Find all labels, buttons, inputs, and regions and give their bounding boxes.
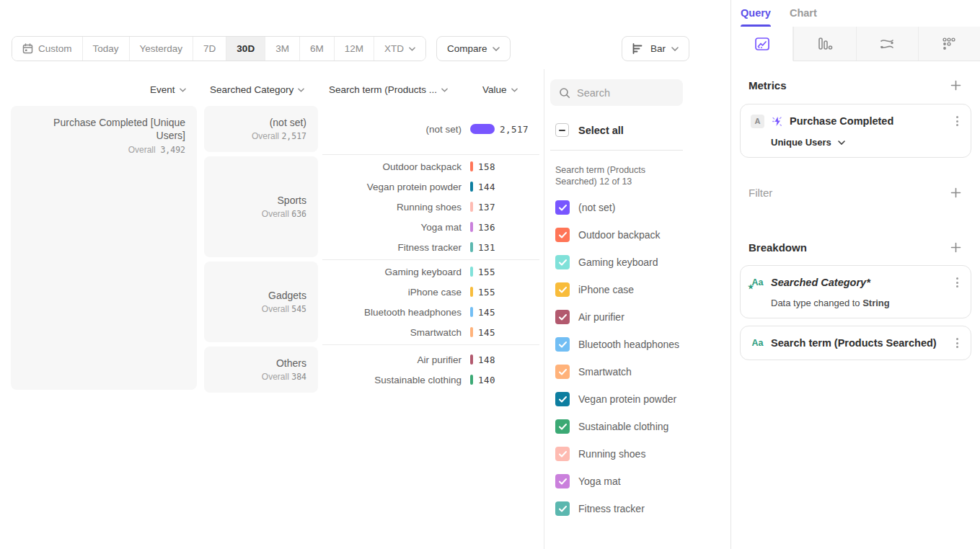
metric-card[interactable]: A Purchase Completed Unique Users xyxy=(740,104,971,158)
series-checkbox[interactable] xyxy=(555,392,570,406)
category-cell[interactable]: GadgetsOverall 545 xyxy=(204,262,318,342)
legend-item[interactable]: (not set) xyxy=(555,200,679,215)
term-row[interactable]: iPhone case155 xyxy=(322,282,539,302)
date-range-custom[interactable]: Custom xyxy=(12,37,83,61)
breakdown-kebab-menu[interactable] xyxy=(954,336,961,350)
series-checkbox[interactable] xyxy=(555,282,570,297)
event-cell[interactable]: Purchase Completed [Unique Users] Overal… xyxy=(11,106,197,390)
value-bar[interactable] xyxy=(470,287,473,297)
tab-flows[interactable] xyxy=(856,27,918,61)
column-header-category[interactable]: Searched Category xyxy=(210,84,304,95)
tab-retention[interactable] xyxy=(918,27,980,61)
legend-item[interactable]: Running shoes xyxy=(555,447,679,461)
legend-item[interactable]: Gaming keyboard xyxy=(555,255,679,269)
date-range-12m[interactable]: 12M xyxy=(335,37,374,61)
event-overall: Overall 3,492 xyxy=(22,145,185,155)
tab-chart[interactable]: Chart xyxy=(790,7,817,27)
sidebar-tabs: Query Chart xyxy=(731,0,980,27)
series-checkbox[interactable] xyxy=(555,447,570,461)
legend-item[interactable]: Bluetooth headphones xyxy=(555,337,679,352)
term-row[interactable]: Yoga mat136 xyxy=(322,217,539,237)
column-header-event[interactable]: Event xyxy=(150,84,186,95)
value-bar[interactable] xyxy=(470,327,473,337)
term-group: (not set)2,517 xyxy=(322,106,539,152)
legend-item[interactable]: iPhone case xyxy=(555,282,679,297)
breakdown-kebab-menu[interactable] xyxy=(954,275,961,290)
series-checkbox[interactable] xyxy=(555,501,570,516)
series-checkbox[interactable] xyxy=(555,228,570,242)
category-cell[interactable]: (not set)Overall 2,517 xyxy=(204,106,318,152)
compare-button[interactable]: Compare xyxy=(436,36,511,61)
legend-item[interactable]: Vegan protein powder xyxy=(555,392,679,406)
tab-funnels[interactable] xyxy=(793,27,855,61)
value-bar[interactable] xyxy=(470,222,473,232)
term-group: Outdoor backpack158Vegan protein powder1… xyxy=(322,156,539,257)
date-range-3m[interactable]: 3M xyxy=(265,37,300,61)
column-header-search-term[interactable]: Search term (Products ... xyxy=(329,84,448,95)
add-filter-button[interactable] xyxy=(948,184,964,201)
value-bar[interactable] xyxy=(470,161,473,171)
term-row[interactable]: Smartwatch145 xyxy=(322,322,539,342)
term-row[interactable]: Bluetooth headphones145 xyxy=(322,302,539,322)
date-range-yesterday[interactable]: Yesterday xyxy=(130,37,194,61)
chart-type-selector[interactable]: Bar xyxy=(622,36,689,61)
value-bar[interactable] xyxy=(470,182,473,192)
legend-item[interactable]: Fitness tracker xyxy=(555,501,679,516)
legend-item[interactable]: Outdoor backpack xyxy=(555,228,679,242)
term-row[interactable]: Sustainable clothing140 xyxy=(322,370,539,390)
category-cell[interactable]: OthersOverall 384 xyxy=(204,347,318,393)
metric-aggregation[interactable]: Unique Users xyxy=(771,137,831,148)
date-range-6m[interactable]: 6M xyxy=(300,37,335,61)
add-metric-button[interactable] xyxy=(948,77,964,94)
legend-item[interactable]: Sustainable clothing xyxy=(555,419,679,434)
series-checkbox[interactable] xyxy=(555,365,570,379)
term-row[interactable]: (not set)2,517 xyxy=(322,119,539,139)
legend-search[interactable] xyxy=(550,79,683,106)
value-bar[interactable] xyxy=(470,242,473,252)
value-text: 158 xyxy=(478,161,495,172)
value-text: 136 xyxy=(478,222,495,233)
series-checkbox[interactable] xyxy=(555,255,570,269)
term-label: Yoga mat xyxy=(322,222,462,233)
term-row[interactable]: Gaming keyboard155 xyxy=(322,262,539,282)
select-all-row[interactable]: Select all xyxy=(555,123,624,137)
breakdown-card-searched-category[interactable]: Aa★ Searched Category* Data type changed… xyxy=(740,265,971,318)
legend-search-input[interactable] xyxy=(577,87,671,99)
term-row[interactable]: Fitness tracker131 xyxy=(322,237,539,257)
date-range-xtd[interactable]: XTD xyxy=(374,37,425,61)
legend-item[interactable]: Air purifier xyxy=(555,310,679,324)
value-bar[interactable] xyxy=(470,202,473,212)
value-bar[interactable] xyxy=(470,124,495,134)
term-label: Outdoor backpack xyxy=(322,161,462,172)
legend-item[interactable]: Smartwatch xyxy=(555,365,679,379)
metric-kebab-menu[interactable] xyxy=(954,114,961,128)
legend-item[interactable]: Yoga mat xyxy=(555,474,679,488)
series-checkbox[interactable] xyxy=(555,419,570,434)
date-range-30d[interactable]: 30D xyxy=(226,37,265,61)
value-bar[interactable] xyxy=(470,354,473,365)
value-bar[interactable] xyxy=(470,307,473,317)
add-breakdown-button[interactable] xyxy=(948,239,964,256)
term-row[interactable]: Air purifier148 xyxy=(322,349,539,370)
column-header-category-label: Searched Category xyxy=(210,84,293,95)
date-range-today[interactable]: Today xyxy=(83,37,130,61)
series-checkbox[interactable] xyxy=(555,200,570,215)
series-checkbox[interactable] xyxy=(555,337,570,352)
breakdown-card-search-term[interactable]: Aa Search term (Products Searched) xyxy=(740,326,971,360)
term-row[interactable]: Outdoor backpack158 xyxy=(322,156,539,177)
tab-query[interactable]: Query xyxy=(741,7,771,27)
category-cell[interactable]: SportsOverall 636 xyxy=(204,156,318,257)
column-header-value-label: Value xyxy=(482,84,507,95)
column-header-value[interactable]: Value xyxy=(482,84,518,95)
term-row[interactable]: Running shoes137 xyxy=(322,197,539,217)
series-checkbox[interactable] xyxy=(555,310,570,324)
value-bar[interactable] xyxy=(470,267,473,277)
category-column: (not set)Overall 2,517SportsOverall 636G… xyxy=(204,106,318,393)
term-label: Smartwatch xyxy=(322,327,462,338)
value-bar[interactable] xyxy=(470,375,473,385)
tab-insights[interactable] xyxy=(731,27,793,61)
date-range-7d[interactable]: 7D xyxy=(193,37,226,61)
select-all-checkbox[interactable] xyxy=(555,123,569,137)
series-checkbox[interactable] xyxy=(555,474,570,488)
term-row[interactable]: Vegan protein powder144 xyxy=(322,177,539,197)
